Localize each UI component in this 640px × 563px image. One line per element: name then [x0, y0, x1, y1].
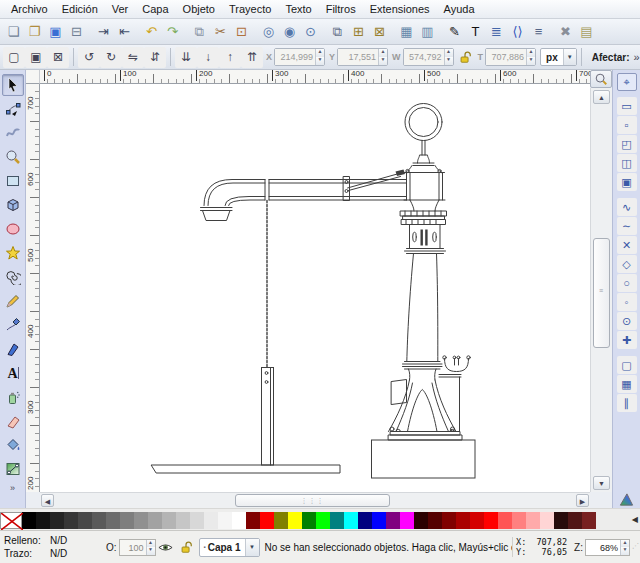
- color-swatch[interactable]: [22, 512, 36, 529]
- text-dialog-button[interactable]: T: [465, 21, 486, 43]
- zoom-tool-button[interactable]: [2, 146, 24, 168]
- layer-selector[interactable]: ▪ Capa 1 ▼: [199, 538, 260, 557]
- ellipse-tool-button[interactable]: [2, 218, 24, 240]
- color-swatch[interactable]: [50, 512, 64, 529]
- rotate-cw-button[interactable]: ↻: [100, 47, 122, 68]
- save-document-button[interactable]: ▣: [45, 21, 66, 43]
- toolbar-overflow-button[interactable]: »: [634, 51, 640, 63]
- lower-to-bottom-button[interactable]: ⇊: [175, 47, 197, 68]
- group-button[interactable]: ▦: [396, 21, 417, 43]
- color-swatch[interactable]: [540, 512, 554, 529]
- Texto[interactable]: Texto: [278, 1, 318, 17]
- tweak-tool-button[interactable]: [2, 122, 24, 144]
- copy-button[interactable]: ⧉: [189, 21, 210, 43]
- snap-smooth-node-button[interactable]: ○: [617, 274, 637, 292]
- select-all-button[interactable]: ▢: [3, 47, 25, 68]
- import-button[interactable]: ⇥: [93, 21, 114, 43]
- snap-bbox-corner-button[interactable]: ◰: [617, 135, 637, 153]
- color-swatch[interactable]: [36, 512, 50, 529]
- color-swatch[interactable]: [148, 512, 162, 529]
- color-swatch[interactable]: [582, 512, 596, 529]
- scroll-right-arrow[interactable]: ▶: [576, 494, 589, 507]
- Edición[interactable]: Edición: [55, 1, 105, 17]
- raise-button[interactable]: ↑: [219, 47, 241, 68]
- snap-bbox-edge-button[interactable]: ▫: [617, 116, 637, 134]
- snap-midpoint-button[interactable]: ◦: [617, 293, 637, 311]
- color-swatch[interactable]: [554, 512, 568, 529]
- color-swatch[interactable]: [526, 512, 540, 529]
- fill-stroke-indicator[interactable]: Relleno: N/D Trazo: N/D: [0, 533, 104, 561]
- vertical-ruler[interactable]: 700600500400300200: [26, 84, 40, 492]
- snap-rotation-center-button[interactable]: ✚: [617, 331, 637, 349]
- Ayuda[interactable]: Ayuda: [437, 1, 482, 17]
- color-swatch[interactable]: [288, 512, 302, 529]
- snap-bbox-button[interactable]: ▭: [617, 97, 637, 115]
- cut-button[interactable]: ✂: [210, 21, 231, 43]
- color-swatch[interactable]: [162, 512, 176, 529]
- color-swatch[interactable]: [330, 512, 344, 529]
- paint-bucket-tool-button[interactable]: [2, 434, 24, 456]
- fill-stroke-dialog-button[interactable]: ✎: [444, 21, 465, 43]
- snap-page-border-button[interactable]: ▢: [617, 356, 637, 374]
- color-swatch[interactable]: [260, 512, 274, 529]
- Capa[interactable]: Capa: [135, 1, 175, 17]
- spinner-arrows[interactable]: ▲▼: [146, 540, 155, 555]
- star-tool-button[interactable]: [2, 242, 24, 264]
- zoom-drawing-button[interactable]: ◉: [279, 21, 300, 43]
- color-managed-display-toggle[interactable]: [614, 490, 638, 508]
- eraser-tool-button[interactable]: [2, 410, 24, 432]
- canvas-corner-zoom-button[interactable]: [590, 70, 612, 88]
- color-swatch[interactable]: [218, 512, 232, 529]
- snap-object-center-button[interactable]: ⊙: [617, 312, 637, 330]
- layer-visibility-toggle[interactable]: [157, 538, 175, 556]
- color-swatch[interactable]: [92, 512, 106, 529]
- color-swatch[interactable]: [134, 512, 148, 529]
- color-swatch[interactable]: [106, 512, 120, 529]
- window-resize-grip[interactable]: ⋰: [632, 531, 640, 563]
- vertical-scrollbar[interactable]: ▲ ≡ ▼: [590, 88, 612, 492]
- Objeto[interactable]: Objeto: [176, 1, 222, 17]
- snap-grid-button[interactable]: ▦: [617, 375, 637, 393]
- spinner-arrows[interactable]: ▲▼: [315, 49, 324, 65]
- color-swatch[interactable]: [344, 512, 358, 529]
- color-swatch[interactable]: [456, 512, 470, 529]
- swatch-none[interactable]: [0, 512, 22, 529]
- zoom-selection-button[interactable]: ◎: [258, 21, 279, 43]
- color-swatch[interactable]: [400, 512, 414, 529]
- color-swatch[interactable]: [358, 512, 372, 529]
- snap-bbox-midpoint-button[interactable]: ◫: [617, 154, 637, 172]
- pencil-tool-button[interactable]: [2, 290, 24, 312]
- rectangle-tool-button[interactable]: [2, 170, 24, 192]
- color-swatch[interactable]: [414, 512, 428, 529]
- color-swatch[interactable]: [78, 512, 92, 529]
- spiral-tool-button[interactable]: [2, 266, 24, 288]
- layers-dialog-button[interactable]: ≣: [486, 21, 507, 43]
- snap-bbox-center-button[interactable]: ▣: [617, 173, 637, 191]
- layer-lock-toggle[interactable]: [177, 538, 195, 556]
- text-tool-button[interactable]: A: [2, 362, 24, 384]
- print-button[interactable]: ⊟: [66, 21, 87, 43]
- color-swatch[interactable]: [120, 512, 134, 529]
- lower-button[interactable]: ↓: [197, 47, 219, 68]
- gradient-tool-button[interactable]: [2, 458, 24, 480]
- canvas[interactable]: [40, 84, 590, 492]
- toolbox-overflow-button[interactable]: »: [10, 483, 15, 493]
- color-swatch[interactable]: [484, 512, 498, 529]
- create-clone-button[interactable]: ⊞: [348, 21, 369, 43]
- color-swatch[interactable]: [302, 512, 316, 529]
- unlink-clone-button[interactable]: ⊠: [369, 21, 390, 43]
- color-swatch[interactable]: [568, 512, 582, 529]
- raise-to-top-button[interactable]: ⇈: [241, 47, 263, 68]
- zoom-page-button[interactable]: ⊙: [300, 21, 321, 43]
- 3dbox-tool-button[interactable]: [2, 194, 24, 216]
- Extensiones[interactable]: Extensiones: [363, 1, 437, 17]
- new-document-button[interactable]: ❏: [3, 21, 24, 43]
- lock-ratio-icon[interactable]: [456, 48, 474, 66]
- redo-button[interactable]: ↷: [162, 21, 183, 43]
- Filtros[interactable]: Filtros: [319, 1, 363, 17]
- undo-button[interactable]: ↶: [141, 21, 162, 43]
- spinner-arrows[interactable]: ▲▼: [378, 49, 387, 65]
- bezier-tool-button[interactable]: [2, 314, 24, 336]
- ungroup-button[interactable]: ▥: [417, 21, 438, 43]
- opacity-spinbox[interactable]: 100 ▲▼: [119, 539, 156, 556]
